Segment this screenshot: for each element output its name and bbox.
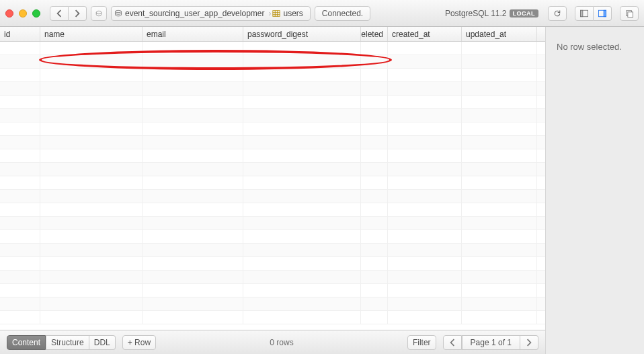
table-cell[interactable] (243, 257, 361, 270)
table-cell[interactable] (462, 217, 537, 229)
table-cell[interactable] (143, 244, 243, 256)
table-cell[interactable] (388, 122, 462, 135)
table-row[interactable] (0, 297, 545, 311)
table-cell[interactable] (243, 122, 361, 135)
table-cell[interactable] (143, 217, 243, 229)
table-cell[interactable] (40, 82, 143, 95)
table-cell[interactable] (388, 163, 462, 176)
table-cell[interactable] (0, 176, 40, 189)
table-cell[interactable] (361, 257, 388, 270)
table-cell[interactable] (0, 271, 40, 283)
table-cell[interactable] (462, 55, 537, 68)
table-cell[interactable] (143, 122, 243, 135)
column-header-id[interactable]: id (0, 27, 40, 41)
table-cell[interactable] (243, 244, 361, 256)
table-cell[interactable] (243, 149, 361, 162)
table-cell[interactable] (40, 190, 143, 203)
table-row[interactable] (0, 190, 545, 203)
table-cell[interactable] (388, 136, 462, 149)
table-cell[interactable] (143, 203, 243, 216)
table-cell[interactable] (361, 82, 388, 95)
table-cell[interactable] (40, 96, 143, 108)
tab-content[interactable]: Content (7, 335, 46, 350)
table-row[interactable] (0, 149, 545, 163)
table-cell[interactable] (243, 163, 361, 176)
table-cell[interactable] (388, 149, 462, 162)
table-cell[interactable] (143, 257, 243, 270)
table-cell[interactable] (361, 55, 388, 68)
table-cell[interactable] (143, 96, 243, 108)
page-next-button[interactable] (520, 335, 538, 350)
table-cell[interactable] (388, 297, 462, 310)
table-cell[interactable] (40, 244, 143, 256)
table-cell[interactable] (243, 82, 361, 95)
table-cell[interactable] (388, 96, 462, 108)
table-cell[interactable] (361, 203, 388, 216)
table-cell[interactable] (462, 163, 537, 176)
table-row[interactable] (0, 284, 545, 297)
tab-structure[interactable]: Structure (46, 335, 89, 350)
table-cell[interactable] (143, 230, 243, 243)
table-cell[interactable] (143, 297, 243, 310)
table-row[interactable] (0, 42, 545, 55)
table-cell[interactable] (361, 311, 388, 324)
table-row[interactable] (0, 109, 545, 122)
table-cell[interactable] (40, 284, 143, 297)
table-cell[interactable] (40, 149, 143, 162)
table-cell[interactable] (0, 149, 40, 162)
table-cell[interactable] (143, 176, 243, 189)
table-cell[interactable] (0, 109, 40, 122)
table-cell[interactable] (462, 257, 537, 270)
table-cell[interactable] (462, 122, 537, 135)
table-cell[interactable] (462, 149, 537, 162)
table-cell[interactable] (388, 271, 462, 283)
table-cell[interactable] (388, 284, 462, 297)
column-header-name[interactable]: name (40, 27, 143, 41)
table-cell[interactable] (40, 122, 143, 135)
breadcrumb[interactable]: event_sourcing_user_app_developmer › use… (111, 6, 311, 21)
table-cell[interactable] (243, 69, 361, 81)
table-cell[interactable] (388, 311, 462, 324)
table-cell[interactable] (40, 69, 143, 81)
table-cell[interactable] (361, 190, 388, 203)
table-cell[interactable] (361, 163, 388, 176)
page-indicator[interactable]: Page 1 of 1 (462, 335, 520, 350)
table-cell[interactable] (143, 82, 243, 95)
table-cell[interactable] (462, 297, 537, 310)
table-cell[interactable] (388, 82, 462, 95)
table-cell[interactable] (143, 136, 243, 149)
table-cell[interactable] (361, 69, 388, 81)
table-cell[interactable] (0, 203, 40, 216)
add-row-button[interactable]: + Row (122, 335, 156, 350)
table-cell[interactable] (0, 69, 40, 81)
table-cell[interactable] (462, 136, 537, 149)
table-cell[interactable] (0, 217, 40, 229)
table-cell[interactable] (361, 230, 388, 243)
column-header-password-digest[interactable]: password_digest (243, 27, 361, 41)
table-cell[interactable] (40, 217, 143, 229)
table-row[interactable] (0, 217, 545, 230)
table-row[interactable] (0, 69, 545, 82)
table-cell[interactable] (462, 230, 537, 243)
table-cell[interactable] (361, 42, 388, 55)
table-cell[interactable] (0, 136, 40, 149)
table-row[interactable] (0, 96, 545, 109)
table-cell[interactable] (143, 271, 243, 283)
connection-icon-button[interactable] (91, 6, 107, 21)
table-cell[interactable] (462, 311, 537, 324)
page-prev-button[interactable] (443, 335, 462, 350)
table-cell[interactable] (388, 69, 462, 81)
table-cell[interactable] (0, 190, 40, 203)
table-row[interactable] (0, 230, 545, 244)
table-cell[interactable] (361, 96, 388, 108)
table-cell[interactable] (361, 244, 388, 256)
table-cell[interactable] (0, 82, 40, 95)
table-cell[interactable] (143, 42, 243, 55)
table-row[interactable] (0, 82, 545, 96)
table-cell[interactable] (40, 109, 143, 122)
table-cell[interactable] (462, 190, 537, 203)
table-cell[interactable] (243, 297, 361, 310)
nav-forward-button[interactable] (69, 6, 87, 21)
table-cell[interactable] (40, 271, 143, 283)
table-cell[interactable] (243, 176, 361, 189)
